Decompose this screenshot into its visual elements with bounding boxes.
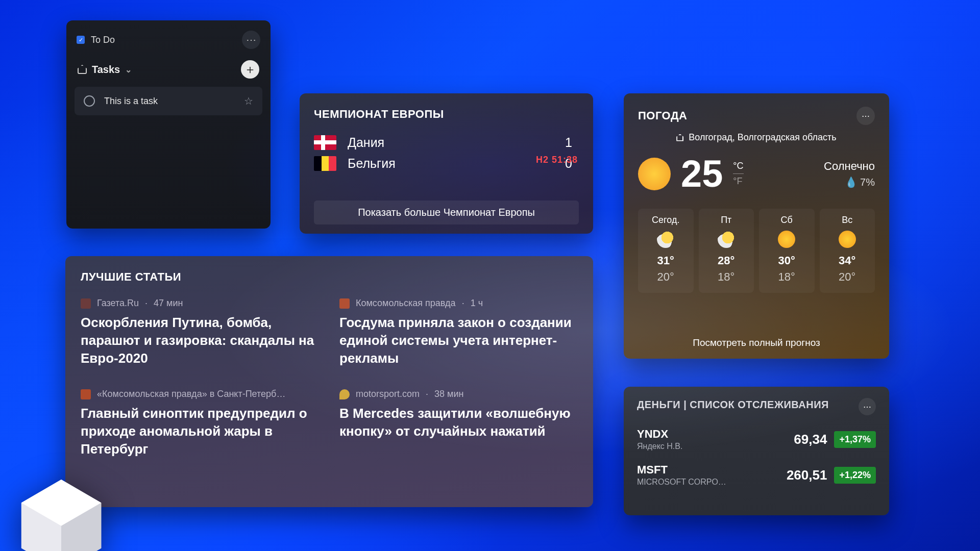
weather-humidity: 💧 7%	[824, 176, 875, 188]
news-time: 38 мин	[434, 389, 463, 399]
news-headline: Оскорбления Путина, бомба, парашют и газ…	[81, 314, 319, 367]
chevron-down-icon: ⌄	[125, 65, 132, 74]
news-item[interactable]: Комсомольская правда · 1 ч Госдума приня…	[339, 298, 578, 367]
forecast-high: 30°	[761, 254, 813, 267]
forecast-day[interactable]: Сегод.31°20°	[638, 209, 694, 293]
stock-row[interactable]: YNDXЯндекс Н.В.69,34+1,37%	[637, 428, 876, 451]
news-item[interactable]: «Комсомольская правда» в Санкт-Петерб… Г…	[81, 389, 319, 458]
forecast-low: 20°	[822, 270, 873, 284]
news-source: Газета.Ru	[97, 298, 139, 309]
unit-fahrenheit-button[interactable]: °F	[733, 176, 743, 187]
unit-celsius-button[interactable]: °C	[733, 161, 743, 174]
stock-symbol: YNDX	[637, 428, 794, 441]
tasks-list-selector[interactable]: Tasks ⌄	[78, 64, 132, 76]
forecast-day[interactable]: Вс34°20°	[820, 209, 875, 293]
source-icon	[81, 298, 91, 309]
home-icon	[676, 134, 683, 141]
weather-widget: ПОГОДА ⋯ Волгоград, Волгоградская област…	[624, 93, 889, 359]
news-headline: В Mercedes защитили «волшебную кнопку» о…	[339, 405, 578, 440]
add-task-button[interactable]: ＋	[241, 60, 259, 79]
news-headline: Главный синоптик предупредил о приходе а…	[81, 405, 319, 458]
source-icon	[339, 389, 350, 399]
forecast-high: 28°	[701, 254, 752, 267]
news-time: 47 мин	[154, 298, 183, 309]
task-star-button[interactable]: ☆	[244, 95, 253, 107]
money-more-button[interactable]: ⋯	[859, 398, 876, 415]
news-source: motorsport.com	[356, 389, 420, 399]
news-item[interactable]: Газета.Ru · 47 мин Оскорбления Путина, б…	[81, 298, 319, 367]
weather-title: ПОГОДА	[638, 109, 856, 122]
forecast-high: 31°	[640, 254, 692, 267]
todo-app-icon	[77, 36, 85, 44]
stock-name: MICROSOFT CORPO…	[637, 478, 787, 487]
news-widget: ЛУЧШИЕ СТАТЬИ Газета.Ru · 47 мин Оскорбл…	[65, 256, 593, 507]
news-title: ЛУЧШИЕ СТАТЬИ	[81, 270, 578, 284]
match-row-1[interactable]: Дания 1	[314, 132, 579, 153]
stock-price: 260,51	[787, 467, 827, 483]
home-icon	[78, 65, 87, 74]
news-time: 1 ч	[471, 298, 483, 309]
weather-more-button[interactable]: ⋯	[856, 107, 875, 125]
money-title: ДЕНЬГИ | СПИСОК ОТСЛЕЖИВАНИЯ	[637, 398, 859, 412]
stock-name: Яндекс Н.В.	[637, 442, 794, 451]
weather-full-forecast-link[interactable]: Посмотреть полный прогноз	[638, 326, 875, 348]
weather-condition: Солнечно	[824, 160, 875, 173]
flag-belgium-icon	[314, 156, 336, 171]
tasks-list-label: Tasks	[92, 64, 120, 76]
sun-icon	[638, 158, 671, 190]
news-item[interactable]: motorsport.com · 38 мин В Mercedes защит…	[339, 389, 578, 458]
forecast-high: 34°	[822, 254, 873, 267]
stock-change: +1,22%	[834, 467, 876, 484]
flag-denmark-icon	[314, 135, 336, 150]
forecast-day-label: Вс	[822, 215, 873, 226]
todo-widget: To Do ⋯ Tasks ⌄ ＋ This is a task ☆	[66, 20, 271, 229]
partly-cloudy-icon	[718, 231, 735, 248]
sports-show-more-button[interactable]: Показать больше Чемпионат Европы	[314, 201, 579, 224]
forecast-day[interactable]: Сб30°18°	[759, 209, 815, 293]
todo-more-button[interactable]: ⋯	[242, 31, 260, 49]
current-temp: 25	[681, 152, 723, 195]
forecast-low: 18°	[701, 270, 752, 284]
todo-title: To Do	[91, 35, 236, 45]
sports-title: ЧЕМПИОНАТ ЕВРОПЫ	[314, 108, 579, 121]
sun-icon	[839, 231, 856, 248]
forecast-low: 20°	[640, 270, 692, 284]
stock-row[interactable]: MSFTMICROSOFT CORPO…260,51+1,22%	[637, 463, 876, 487]
sun-icon	[778, 231, 795, 248]
match-timer: H2 51:38	[536, 155, 578, 165]
news-source: Комсомольская правда	[356, 298, 456, 309]
task-checkbox[interactable]	[84, 95, 95, 107]
source-icon	[339, 298, 350, 309]
stock-change: +1,37%	[834, 431, 876, 448]
news-headline: Госдума приняла закон о создании единой …	[339, 314, 578, 367]
sports-widget: ЧЕМПИОНАТ ЕВРОПЫ Дания 1 Бельгия 0 H2 51…	[300, 93, 593, 234]
stock-price: 69,34	[794, 432, 827, 447]
weather-location-text: Волгоград, Волгоградская область	[689, 132, 836, 143]
money-widget: ДЕНЬГИ | СПИСОК ОТСЛЕЖИВАНИЯ ⋯ YNDXЯндек…	[624, 387, 889, 515]
team-1-score: 1	[558, 135, 579, 150]
forecast-day-label: Сегод.	[640, 215, 692, 226]
news-source: «Комсомольская правда» в Санкт-Петерб…	[97, 389, 285, 399]
task-row[interactable]: This is a task ☆	[75, 87, 262, 115]
weather-location[interactable]: Волгоград, Волгоградская область	[638, 132, 875, 143]
stock-symbol: MSFT	[637, 463, 787, 477]
forecast-day[interactable]: Пт28°18°	[699, 209, 754, 293]
partly-cloudy-icon	[657, 231, 674, 248]
source-icon	[81, 389, 91, 399]
corner-logo-icon	[20, 480, 102, 551]
forecast-day-label: Пт	[701, 215, 752, 226]
forecast-day-label: Сб	[761, 215, 813, 226]
forecast-low: 18°	[761, 270, 813, 284]
team-1-name: Дания	[348, 135, 547, 150]
team-2-name: Бельгия	[348, 156, 547, 171]
task-text: This is a task	[104, 96, 235, 107]
